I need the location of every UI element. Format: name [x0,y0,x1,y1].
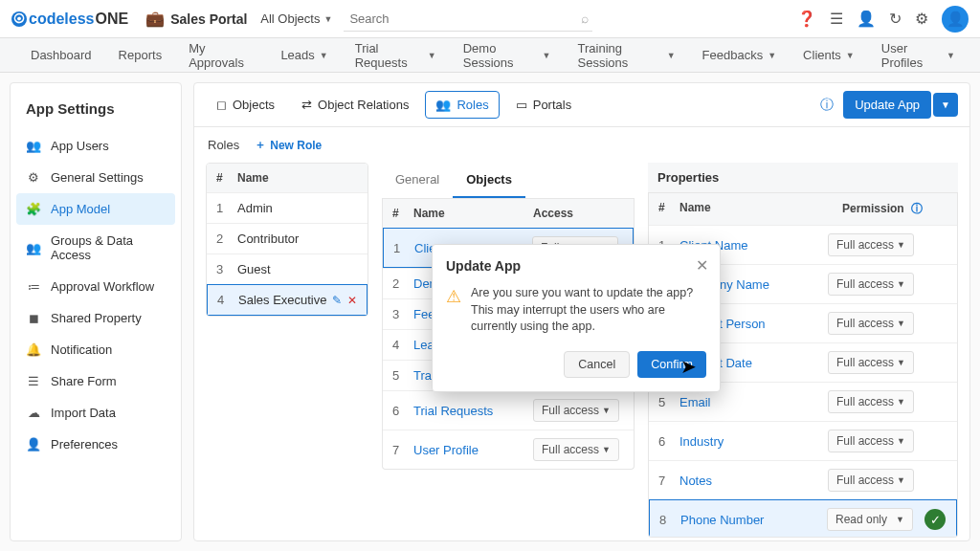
logo-text-2: ONE [95,11,128,28]
nav-item-training-sessions[interactable]: Training Sessions▼ [565,41,689,70]
permission-select[interactable]: Full access▼ [828,430,914,452]
nav-item-leads[interactable]: Leads▼ [267,48,341,62]
nav-item-my-approvals[interactable]: My Approvals [175,41,267,70]
property-row[interactable]: 7NotesFull access▼ [649,460,957,499]
gear-icon[interactable]: ⚙ [915,10,928,28]
sidebar-item-approval-workflow[interactable]: ≔Approval Workflow [11,271,181,302]
sidebar-item-groups-data-access[interactable]: 👥Groups & Data Access [11,225,181,271]
role-row[interactable]: 2Contributor [207,223,368,253]
properties-title: Properties [648,163,958,193]
object-row[interactable]: 7User ProfileFull access▼ [383,430,634,469]
update-app-button[interactable]: Update App [843,91,931,119]
sidebar-item-label: General Settings [51,170,144,185]
inner-tab-objects[interactable]: Objects [453,163,525,198]
nav-item-clients[interactable]: Clients▼ [790,48,868,62]
cancel-button[interactable]: Cancel [564,351,630,378]
caret-down-icon: ▼ [897,397,905,407]
tab-roles[interactable]: 👥Roles [425,91,499,119]
access-select[interactable]: Full access▼ [533,399,619,422]
props-table-head: # Name Permission ⓘ [649,193,957,225]
tab-label: Objects [233,98,275,112]
tab-label: Portals [533,98,571,112]
search-input[interactable] [344,7,592,32]
warning-icon: ⚠ [446,285,461,336]
property-row[interactable]: 8Phone NumberRead only▼✓ [649,499,957,538]
sidebar-item-import-data[interactable]: ☁Import Data [11,397,181,429]
sidebar-item-share-form[interactable]: ☰Share Form [11,365,181,397]
sidebar-item-notification[interactable]: 🔔Notification [11,334,181,365]
sidebar-item-app-users[interactable]: 👥App Users [11,130,181,162]
object-row[interactable]: 6Trial RequestsFull access▼ [383,390,634,430]
inner-tab-general[interactable]: General [382,163,453,198]
roles-heading: Roles ＋ New Role [194,127,969,163]
caret-down-icon: ▼ [320,51,328,60]
access-select[interactable]: Full access▼ [533,438,619,461]
history-icon[interactable]: ↻ [889,10,902,28]
person-add-icon[interactable]: 👤 [857,10,876,28]
tab-portals[interactable]: ▭Portals [505,91,582,119]
confirm-button[interactable]: Confirm [637,351,706,378]
permission-select[interactable]: Full access▼ [828,351,914,374]
stack-icon[interactable]: ☰ [830,10,843,28]
info-icon[interactable]: ⓘ [820,97,834,114]
object-link[interactable]: User Profile [413,443,533,457]
permission-select[interactable]: Full access▼ [828,469,914,492]
property-link[interactable]: Phone Number [680,513,827,527]
sidebar-item-general-settings[interactable]: ⚙General Settings [11,162,181,193]
roles-column: # Name 1Admin2Contributor3Guest4Sales Ex… [206,163,368,529]
permission-select[interactable]: Full access▼ [828,390,914,413]
sidebar-item-preferences[interactable]: 👤Preferences [11,429,181,460]
property-link[interactable]: Industry [679,434,828,449]
permission-select[interactable]: Full access▼ [828,233,914,256]
update-app-modal: Update App ✕ ⚠ Are you sure you want to … [432,244,721,392]
col-name: Name [679,201,842,217]
sidebar-item-icon: ⚙ [26,170,41,185]
sidebar-item-app-model[interactable]: 🧩App Model [16,193,175,225]
tab-object-relations[interactable]: ⇄Object Relations [291,91,419,119]
nav-item-feedbacks[interactable]: Feedbacks▼ [689,48,791,62]
search-icon[interactable]: ⌕ [581,11,589,26]
nav-item-trial-requests[interactable]: Trial Requests▼ [342,41,450,70]
permission-select[interactable]: Full access▼ [828,273,914,296]
sidebar-item-label: Preferences [51,437,118,452]
topbar-actions: ❓ ☰ 👤 ↻ ⚙ 👤 [797,6,969,33]
sidebar-item-icon: ☰ [26,374,41,388]
property-link[interactable]: Notes [679,474,828,488]
caret-down-icon: ▼ [897,240,905,250]
nav-item-user-profiles[interactable]: User Profiles▼ [868,41,969,70]
all-objects-dropdown[interactable]: All Objects ▼ [260,11,332,26]
permission-select[interactable]: Full access▼ [828,312,914,335]
roles-table-head: # Name [207,164,368,192]
logo[interactable]: ⦿ codeless ONE [11,11,128,28]
info-icon[interactable]: ⓘ [911,202,923,215]
caret-down-icon: ▼ [897,319,905,328]
caret-down-icon: ▼ [667,51,676,60]
caret-down-icon: ▼ [897,436,905,446]
caret-down-icon: ▼ [428,51,436,60]
sidebar-item-label: Shared Property [51,311,142,325]
permission-select[interactable]: Read only▼ [827,508,913,531]
nav-item-demo-sessions[interactable]: Demo Sessions▼ [450,41,565,70]
role-row[interactable]: 4Sales Executive✎✕ [207,284,368,316]
delete-icon[interactable]: ✕ [347,294,357,307]
edit-icon[interactable]: ✎ [332,294,342,307]
tab-objects[interactable]: ◻Objects [206,91,285,119]
role-row[interactable]: 3Guest [207,253,368,284]
update-app-dropdown[interactable]: ▼ [933,93,958,117]
user-avatar[interactable]: 👤 [942,6,969,33]
nav-item-dashboard[interactable]: Dashboard [11,48,105,62]
properties-title-label: Properties [657,170,719,185]
caret-down-icon: ▼ [543,51,551,60]
sidebar-item-shared-property[interactable]: ◼Shared Property [11,302,181,334]
close-icon[interactable]: ✕ [696,256,708,275]
help-icon[interactable]: ❓ [797,10,816,28]
caret-down-icon: ▼ [897,358,905,367]
role-row[interactable]: 1Admin [207,192,368,223]
tab-icon: ▭ [516,98,527,112]
nav-item-reports[interactable]: Reports [105,48,176,62]
object-link[interactable]: Trial Requests [413,404,533,418]
caret-down-icon: ▼ [602,406,611,415]
property-row[interactable]: 6IndustryFull access▼ [649,421,957,460]
property-link[interactable]: Email [679,395,828,409]
new-role-button[interactable]: ＋ New Role [255,137,322,153]
